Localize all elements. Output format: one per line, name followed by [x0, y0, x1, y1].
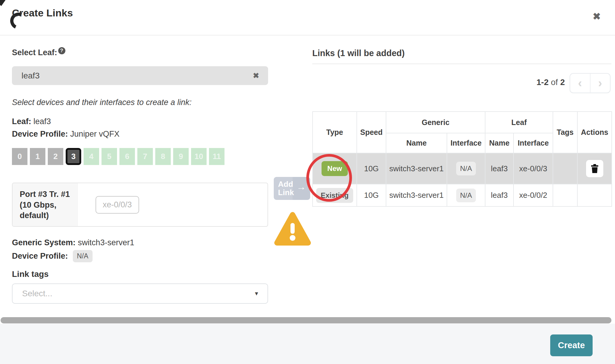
add-link-button[interactable]: Add Link →: [274, 177, 310, 200]
actions-cell: [577, 184, 612, 206]
warning-icon: [273, 211, 312, 247]
clear-icon[interactable]: ✖: [253, 66, 259, 85]
col-header-generic-interface: Interface: [447, 133, 485, 153]
instruction-text: Select devices and their interfaces to c…: [12, 98, 192, 107]
leaf-interface-cell: xe-0/0/2: [513, 184, 553, 206]
delete-link-button[interactable]: [586, 160, 603, 177]
pager-prev-button[interactable]: ‹: [570, 74, 590, 92]
leaf-summary: Leaf: leaf3: [12, 117, 51, 126]
pager: ‹ ›: [570, 73, 611, 93]
footer-bar: Create: [0, 324, 615, 364]
port-box-1[interactable]: 1: [30, 148, 45, 165]
links-table: Type Speed Generic Leaf Tags Actions Nam…: [312, 111, 612, 207]
port-selector: 01234567891011: [12, 148, 225, 165]
leaf-name-cell: leaf3: [485, 153, 513, 184]
port-box-10[interactable]: 10: [191, 148, 207, 165]
generic-interface-cell: N/A: [447, 184, 485, 206]
generic-system-value: switch3-server1: [78, 238, 134, 247]
generic-interface-cell: N/A: [447, 153, 485, 184]
port-box-0[interactable]: 0: [12, 148, 27, 165]
screen-artifact: [0, 0, 6, 6]
select-leaf-label: Select Leaf:?: [12, 47, 65, 57]
type-cell: New: [313, 153, 357, 184]
generic-system-label: Generic System:: [12, 238, 76, 247]
pager-next-button[interactable]: ›: [591, 74, 610, 92]
interface-chip[interactable]: xe-0/0/3: [96, 196, 139, 214]
existing-badge: Existing: [316, 188, 353, 203]
speed-cell: 10G: [357, 153, 386, 184]
pagination-total: 2: [560, 78, 565, 87]
col-header-actions: Actions: [577, 112, 612, 153]
links-heading: Links (1 will be added): [312, 48, 405, 58]
col-header-leaf-interface: Interface: [513, 133, 553, 153]
leaf-search-input[interactable]: leaf3 ✖: [12, 66, 268, 85]
close-icon[interactable]: ✖: [593, 11, 601, 22]
create-button[interactable]: Create: [550, 334, 593, 356]
horizontal-scrollbar[interactable]: [1, 317, 611, 323]
speed-cell: 10G: [357, 184, 386, 206]
pagination-summary: 1-2 of 2: [472, 78, 565, 87]
port-box-11[interactable]: 11: [209, 148, 225, 165]
generic-device-profile: Device Profile: N/A: [12, 250, 93, 262]
port-box-4[interactable]: 4: [84, 148, 99, 165]
add-link-label: Add Link: [278, 180, 294, 197]
table-row-new-link: New 10G switch3-server1 N/A leaf3 xe-0/0…: [313, 153, 612, 184]
na-badge: N/A: [456, 189, 476, 202]
col-header-speed: Speed: [357, 112, 386, 153]
link-tags-select[interactable]: Select... ▼: [12, 283, 268, 304]
device-profile-summary: Device Profile: Juniper vQFX: [12, 129, 119, 139]
trash-icon: [591, 164, 599, 173]
page-title: Create Links: [12, 7, 73, 19]
na-badge: N/A: [456, 162, 476, 175]
pagination-range: 1-2: [536, 78, 548, 87]
create-links-dialog: Create Links ✖ Select Leaf:? leaf3 ✖ Sel…: [0, 0, 615, 364]
link-tags-placeholder: Select...: [22, 284, 52, 303]
pagination-of: of: [551, 78, 558, 87]
arrow-right-icon: →: [297, 182, 306, 192]
link-tags-label: Link tags: [12, 269, 49, 279]
generic-name-cell: switch3-server1: [386, 153, 447, 184]
new-badge: New: [322, 161, 348, 176]
na-badge: N/A: [73, 250, 93, 262]
port-box-6[interactable]: 6: [119, 148, 135, 165]
col-header-leaf-name: Name: [485, 133, 513, 153]
tags-cell: [553, 153, 577, 184]
col-header-generic-name: Name: [386, 133, 447, 153]
col-header-leaf: Leaf: [485, 112, 553, 133]
generic-name-cell: switch3-server1: [386, 184, 447, 206]
port-box-5[interactable]: 5: [102, 148, 117, 165]
port-box-2[interactable]: 2: [48, 148, 63, 165]
type-cell: Existing: [313, 184, 357, 206]
col-header-type: Type: [313, 112, 357, 153]
table-row-existing-link: Existing 10G switch3-server1 N/A leaf3 x…: [313, 184, 612, 206]
port-box-7[interactable]: 7: [137, 148, 153, 165]
leaf-value: leaf3: [33, 117, 51, 126]
generic-profile-label: Device Profile:: [12, 252, 68, 261]
leaf-label: Leaf:: [12, 117, 31, 126]
port-box-9[interactable]: 9: [173, 148, 189, 165]
links-divider: [312, 64, 611, 64]
col-header-tags: Tags: [553, 112, 577, 153]
port-detail-label: Port #3 Tr. #1 (10 Gbps, default): [13, 183, 78, 226]
device-profile-label: Device Profile:: [12, 129, 68, 138]
leaf-interface-cell: xe-0/0/3: [513, 153, 553, 184]
port-box-3[interactable]: 3: [66, 148, 81, 165]
chevron-down-icon: ▼: [254, 284, 259, 303]
tags-cell: [553, 184, 577, 206]
generic-system-summary: Generic System: switch3-server1: [12, 238, 134, 247]
actions-cell: [577, 153, 612, 184]
col-header-generic: Generic: [386, 112, 485, 133]
leaf-input-value: leaf3: [21, 66, 40, 85]
leaf-name-cell: leaf3: [485, 184, 513, 206]
port-detail-panel: Port #3 Tr. #1 (10 Gbps, default) xe-0/0…: [12, 183, 268, 227]
header-divider: [0, 35, 615, 36]
port-box-8[interactable]: 8: [155, 148, 171, 165]
device-profile-value: Juniper vQFX: [70, 129, 119, 138]
help-icon[interactable]: ?: [58, 47, 65, 54]
